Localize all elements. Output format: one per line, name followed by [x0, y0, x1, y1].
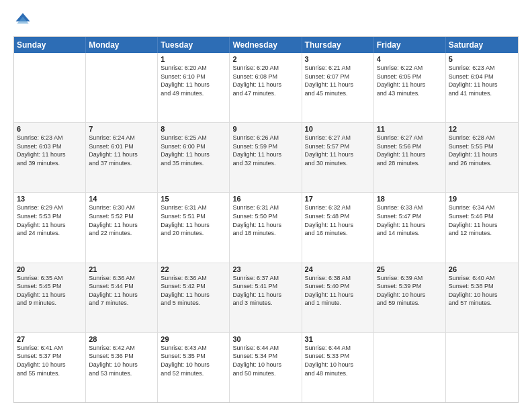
- cell-line: Daylight: 11 hours: [161, 81, 226, 89]
- cal-header-cell: Saturday: [446, 37, 518, 53]
- cal-header-cell: Thursday: [302, 37, 374, 53]
- day-number: 20: [17, 265, 83, 273]
- cal-cell: [86, 53, 158, 122]
- cal-header-cell: Wednesday: [230, 37, 302, 53]
- cell-line: Daylight: 10 hours: [89, 361, 154, 369]
- logo-icon: [13, 11, 32, 30]
- cal-cell: 9Sunrise: 6:26 AMSunset: 5:59 PMDaylight…: [230, 123, 302, 192]
- day-number: 3: [305, 55, 371, 63]
- day-number: 4: [377, 55, 443, 63]
- cell-line: and 43 minutes.: [377, 89, 443, 98]
- cell-line: and 55 minutes.: [17, 369, 83, 378]
- day-number: 14: [89, 195, 154, 203]
- cell-line: Daylight: 11 hours: [161, 150, 226, 159]
- cell-line: and 32 minutes.: [232, 159, 298, 168]
- cell-line: and 57 minutes.: [449, 299, 515, 308]
- cell-line: Sunrise: 6:20 AM: [161, 64, 226, 73]
- day-number: 7: [89, 125, 154, 133]
- cell-line: Sunset: 5:36 PM: [89, 352, 154, 361]
- day-number: 19: [449, 195, 515, 203]
- cell-line: and 53 minutes.: [89, 369, 154, 378]
- cell-line: Daylight: 11 hours: [161, 291, 226, 300]
- day-number: 24: [305, 265, 371, 273]
- calendar-header-row: SundayMondayTuesdayWednesdayThursdayFrid…: [14, 37, 518, 53]
- cell-line: Daylight: 11 hours: [449, 81, 515, 89]
- cal-cell: 3Sunrise: 6:21 AMSunset: 6:07 PMDaylight…: [302, 53, 374, 122]
- cell-line: Daylight: 11 hours: [449, 150, 515, 159]
- cell-line: Sunset: 5:56 PM: [377, 142, 443, 151]
- cal-header-cell: Sunday: [14, 37, 86, 53]
- cell-line: Sunset: 5:33 PM: [305, 352, 371, 361]
- cell-line: Sunrise: 6:36 AM: [161, 274, 226, 283]
- cell-line: Sunrise: 6:29 AM: [17, 203, 83, 212]
- cell-line: and 48 minutes.: [305, 369, 371, 378]
- cell-line: and 26 minutes.: [449, 159, 515, 168]
- cell-line: Sunset: 5:46 PM: [449, 212, 515, 221]
- cell-line: and 41 minutes.: [449, 89, 515, 98]
- cal-cell: 6Sunrise: 6:23 AMSunset: 6:03 PMDaylight…: [14, 123, 86, 192]
- cell-line: Sunset: 5:51 PM: [161, 212, 226, 221]
- day-number: 25: [377, 265, 443, 273]
- cell-line: and 50 minutes.: [232, 369, 298, 378]
- day-number: 2: [232, 55, 298, 63]
- day-number: 16: [232, 195, 298, 203]
- cell-line: Daylight: 11 hours: [232, 150, 298, 159]
- cell-line: Sunset: 5:42 PM: [161, 282, 226, 291]
- cal-row: 13Sunrise: 6:29 AMSunset: 5:53 PMDayligh…: [14, 192, 518, 262]
- cell-line: and 39 minutes.: [17, 159, 83, 168]
- cell-line: Sunrise: 6:25 AM: [161, 134, 226, 142]
- cell-line: Sunrise: 6:28 AM: [449, 134, 515, 142]
- cell-line: Sunrise: 6:34 AM: [449, 203, 515, 212]
- cell-line: Sunset: 6:03 PM: [17, 142, 83, 151]
- cell-line: Sunset: 5:47 PM: [377, 212, 443, 221]
- cal-cell: 18Sunrise: 6:33 AMSunset: 5:47 PMDayligh…: [374, 193, 446, 262]
- day-number: 21: [89, 265, 154, 273]
- cell-line: and 28 minutes.: [377, 159, 443, 168]
- cal-cell: 24Sunrise: 6:38 AMSunset: 5:40 PMDayligh…: [302, 263, 374, 332]
- cell-line: Daylight: 11 hours: [377, 81, 443, 89]
- cal-cell: 12Sunrise: 6:28 AMSunset: 5:55 PMDayligh…: [446, 123, 518, 192]
- cell-line: Sunset: 5:57 PM: [305, 142, 371, 151]
- cal-cell: 17Sunrise: 6:32 AMSunset: 5:48 PMDayligh…: [302, 193, 374, 262]
- cell-line: Sunrise: 6:27 AM: [377, 134, 443, 142]
- cell-line: and 35 minutes.: [161, 159, 226, 168]
- cell-line: and 22 minutes.: [89, 229, 154, 238]
- cell-line: Sunrise: 6:20 AM: [232, 64, 298, 73]
- cal-cell: 8Sunrise: 6:25 AMSunset: 6:00 PMDaylight…: [158, 123, 230, 192]
- cell-line: Sunrise: 6:42 AM: [89, 344, 154, 353]
- cell-line: Sunset: 6:07 PM: [305, 73, 371, 81]
- cell-line: Sunrise: 6:26 AM: [232, 134, 298, 142]
- cell-line: Sunrise: 6:44 AM: [232, 344, 298, 353]
- day-number: 29: [161, 335, 226, 343]
- calendar: SundayMondayTuesdayWednesdayThursdayFrid…: [13, 36, 519, 403]
- cal-cell: 13Sunrise: 6:29 AMSunset: 5:53 PMDayligh…: [14, 193, 86, 262]
- cell-line: and 16 minutes.: [305, 229, 371, 238]
- cell-line: Daylight: 11 hours: [305, 221, 371, 230]
- cal-cell: 4Sunrise: 6:22 AMSunset: 6:05 PMDaylight…: [374, 53, 446, 122]
- day-number: 18: [377, 195, 443, 203]
- day-number: 12: [449, 125, 515, 133]
- cell-line: Sunset: 5:45 PM: [17, 282, 83, 291]
- cell-line: and 9 minutes.: [17, 299, 83, 308]
- cell-line: and 24 minutes.: [17, 229, 83, 238]
- cal-row: 27Sunrise: 6:41 AMSunset: 5:37 PMDayligh…: [14, 332, 518, 402]
- cal-cell: 23Sunrise: 6:37 AMSunset: 5:41 PMDayligh…: [230, 263, 302, 332]
- cell-line: Sunrise: 6:21 AM: [305, 64, 371, 73]
- day-number: 9: [232, 125, 298, 133]
- cell-line: and 5 minutes.: [161, 299, 226, 308]
- cell-line: Sunset: 5:37 PM: [17, 352, 83, 361]
- cell-line: and 49 minutes.: [161, 89, 226, 98]
- cal-cell: 26Sunrise: 6:40 AMSunset: 5:38 PMDayligh…: [446, 263, 518, 332]
- cell-line: Sunset: 5:55 PM: [449, 142, 515, 151]
- cell-line: Sunrise: 6:37 AM: [232, 274, 298, 283]
- cal-header-cell: Friday: [374, 37, 446, 53]
- day-number: 13: [17, 195, 83, 203]
- cal-cell: 2Sunrise: 6:20 AMSunset: 6:08 PMDaylight…: [230, 53, 302, 122]
- day-number: 17: [305, 195, 371, 203]
- cell-line: Sunrise: 6:33 AM: [377, 203, 443, 212]
- cell-line: Daylight: 11 hours: [232, 81, 298, 89]
- cell-line: and 30 minutes.: [305, 159, 371, 168]
- day-number: 30: [232, 335, 298, 343]
- cal-cell: 28Sunrise: 6:42 AMSunset: 5:36 PMDayligh…: [86, 333, 158, 402]
- cell-line: Sunrise: 6:27 AM: [305, 134, 371, 142]
